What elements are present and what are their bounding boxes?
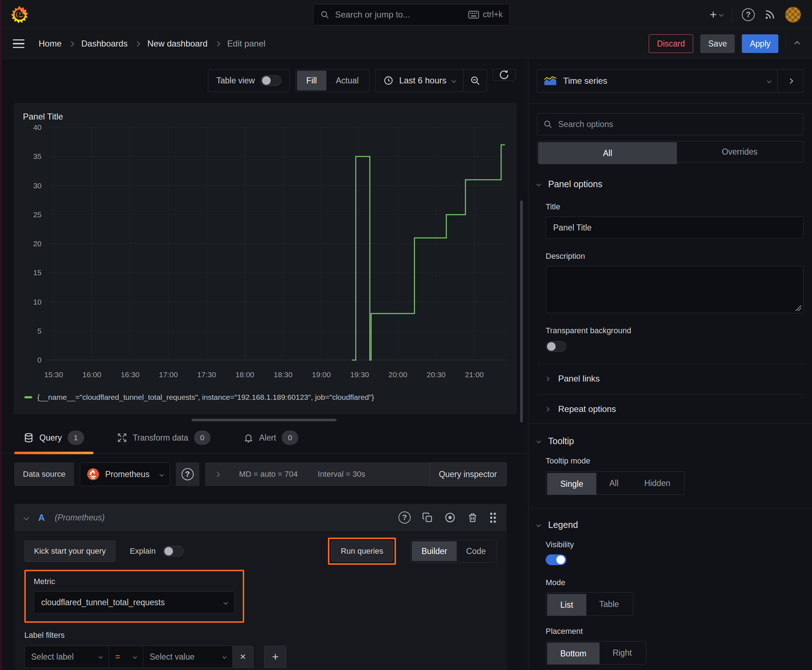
screen-edge [0, 0, 2, 670]
placement-bottom[interactable]: Bottom [547, 643, 600, 665]
visualization-picker[interactable]: Time series [537, 69, 777, 92]
query-ref-id: A [38, 513, 45, 523]
clock-icon [383, 76, 393, 86]
datasource-picker[interactable]: Prometheus [80, 462, 170, 486]
horizontal-scrollbar[interactable] [192, 419, 337, 421]
discard-button[interactable]: Discard [649, 34, 693, 53]
metric-select[interactable]: cloudflared_tunnel_total_requests [34, 591, 235, 613]
collapse-chevron-up-icon[interactable] [795, 41, 800, 47]
panel-options-heading: Panel options [548, 179, 603, 189]
visualization-name: Time series [563, 76, 761, 86]
code-option[interactable]: Code [457, 541, 495, 561]
tab-overrides[interactable]: Overrides [677, 142, 802, 161]
query-datasource-hint: (Prometheus) [55, 513, 105, 523]
trash-icon[interactable] [467, 512, 478, 523]
time-range-picker[interactable]: Last 6 hours [376, 69, 463, 91]
zoom-out-icon [470, 75, 480, 86]
collapse-pane-button[interactable] [777, 69, 803, 92]
select-label-dropdown[interactable]: Select label [24, 646, 109, 668]
database-icon [24, 432, 34, 443]
datasource-label: Data source [14, 462, 74, 486]
zoom-out-button[interactable] [464, 69, 487, 91]
edit-panel-main: Table view Fill Actual Last 6 hours Pane… [0, 58, 528, 670]
query-inspector-button[interactable]: Query inspector [429, 462, 507, 486]
refresh-button[interactable] [493, 69, 515, 81]
fill-option[interactable]: Fill [297, 71, 327, 91]
toggle-visibility-icon[interactable] [444, 512, 456, 523]
global-search-input[interactable]: Search or jump to... ctrl+k [313, 4, 509, 25]
breadcrumb-new-dashboard[interactable]: New dashboard [147, 39, 207, 49]
builder-option[interactable]: Builder [412, 541, 457, 561]
chevron-down-icon [222, 655, 226, 658]
help-button[interactable]: ? [742, 8, 755, 21]
refresh-icon [499, 69, 509, 80]
query-row-header[interactable]: A (Prometheus) ? [14, 504, 507, 531]
chart-legend[interactable]: {__name__="cloudflared_tunnel_total_requ… [24, 393, 511, 401]
tab-all[interactable]: All [538, 142, 677, 164]
placement-right[interactable]: Right [600, 643, 645, 663]
apply-button[interactable]: Apply [742, 34, 778, 53]
new-menu-button[interactable]: + [710, 7, 723, 22]
legend-mode-label: Mode [546, 578, 804, 587]
select-value-dropdown[interactable]: Select value [143, 646, 233, 668]
operator-dropdown[interactable]: = [109, 646, 143, 668]
svg-text:0: 0 [37, 356, 42, 364]
tab-transform-data[interactable]: Transform data 0 [108, 427, 220, 453]
save-button[interactable]: Save [700, 34, 735, 53]
description-textarea[interactable] [546, 266, 804, 313]
chevron-down-icon [719, 12, 724, 17]
tooltip-all-option[interactable]: All [597, 473, 632, 494]
legend-placement-label: Placement [546, 627, 804, 636]
tooltip-hidden-option[interactable]: Hidden [632, 473, 683, 494]
transform-icon [117, 433, 127, 443]
divider [529, 103, 812, 104]
kick-start-button[interactable]: Kick start your query [24, 540, 116, 562]
grafana-logo-icon[interactable] [11, 6, 29, 24]
title-label: Title [546, 202, 804, 211]
tab-alert[interactable]: Alert 0 [234, 427, 308, 453]
legend-mode-table[interactable]: Table [587, 594, 632, 614]
add-filter-button[interactable]: + [264, 646, 286, 668]
duplicate-icon[interactable] [422, 512, 433, 523]
breadcrumb-home[interactable]: Home [39, 39, 61, 49]
panel-options-section[interactable]: Panel options [537, 179, 804, 189]
vertical-scrollbar[interactable] [520, 200, 523, 422]
actual-option[interactable]: Actual [327, 71, 368, 91]
breadcrumb-dashboards[interactable]: Dashboards [81, 39, 127, 49]
legend-visibility-toggle[interactable] [546, 554, 566, 565]
menu-toggle-icon[interactable] [13, 39, 24, 48]
tooltip-section[interactable]: Tooltip [537, 436, 804, 446]
prometheus-icon [86, 468, 100, 481]
query-count-badge: 1 [68, 431, 84, 445]
news-rss-icon[interactable] [764, 9, 775, 20]
query-help-icon[interactable]: ? [398, 511, 411, 524]
breadcrumb: Home Dashboards New dashboard Edit panel [39, 39, 265, 49]
legend-section[interactable]: Legend [537, 520, 804, 530]
panel-title-input[interactable]: Panel Title [546, 217, 804, 239]
table-view-label: Table view [216, 76, 254, 86]
run-queries-button[interactable]: Run queries [331, 541, 393, 562]
svg-text:35: 35 [33, 152, 42, 160]
datasource-help-button[interactable]: ? [176, 462, 199, 486]
transparent-background-toggle[interactable] [546, 341, 566, 352]
breadcrumb-edit-panel: Edit panel [227, 39, 266, 49]
metric-label: Metric [34, 577, 235, 586]
tab-query[interactable]: Query 1 [14, 427, 93, 453]
user-avatar[interactable] [785, 7, 801, 23]
legend-mode-list[interactable]: List [547, 594, 587, 616]
drag-handle-icon[interactable] [490, 512, 497, 523]
collapse-chevron-icon[interactable] [24, 515, 29, 520]
explain-toggle[interactable] [163, 546, 184, 557]
close-icon: × [240, 651, 246, 663]
label-filters-label: Label filters [24, 631, 497, 640]
panel-links-section[interactable]: Panel links [537, 364, 804, 384]
timeseries-chart[interactable]: 15:3016:0016:3017:0017:3018:0018:3019:00… [19, 122, 510, 390]
explain-label: Explain [130, 546, 156, 556]
repeat-options-section[interactable]: Repeat options [537, 394, 804, 415]
search-options-input[interactable]: Search options [537, 113, 804, 135]
tooltip-single-option[interactable]: Single [547, 473, 597, 495]
remove-filter-button[interactable]: × [233, 646, 253, 668]
table-view-toggle[interactable] [261, 75, 281, 86]
svg-text:18:00: 18:00 [236, 371, 254, 379]
alert-count-badge: 0 [282, 431, 298, 445]
